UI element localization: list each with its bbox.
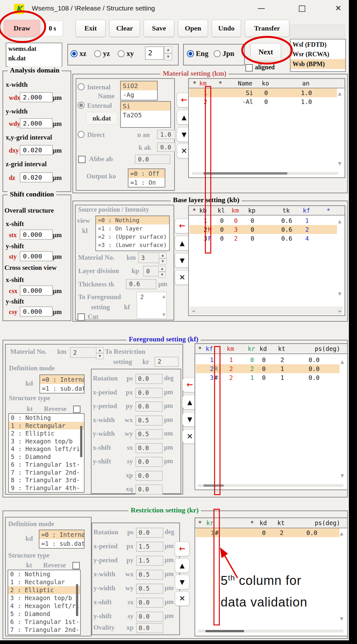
type-item[interactable]: 3 : Hexagon top/b: [8, 594, 80, 602]
scroll-down-icon[interactable]: ▼: [340, 473, 344, 478]
nkdat-button[interactable]: nk.dat: [86, 112, 118, 125]
scroll-up-icon[interactable]: ▲: [340, 531, 343, 536]
param-input[interactable]: 0.0: [136, 612, 163, 622]
kd-item-selected[interactable]: =0 : Internal: [40, 375, 84, 384]
to-foreground-list[interactable]: 2 ▲ ▼: [137, 292, 167, 319]
clear-button[interactable]: Clear: [109, 20, 140, 37]
solver-item[interactable]: Wsr (RCWA): [291, 49, 345, 59]
param-input[interactable]: 0.0: [135, 401, 163, 412]
type-item[interactable]: 6 : Triangular 1st-: [9, 461, 84, 469]
restr-delete-button[interactable]: ✕: [175, 591, 189, 606]
param-input[interactable]: 0.0: [135, 443, 163, 453]
base-delete-button[interactable]: ✕: [175, 270, 189, 285]
table-row[interactable]: 2 -Al 0 1.0: [189, 97, 337, 106]
abbe-input[interactable]: 0.0: [135, 154, 170, 164]
kd-item-selected[interactable]: =0 : Internal: [39, 530, 84, 539]
restr-type-list[interactable]: 0 : Nothing 1 : Rectangular 2 : Elliptic…: [8, 570, 81, 635]
draw-button[interactable]: Draw: [4, 20, 40, 37]
param-input[interactable]: 0.0: [135, 484, 163, 495]
internal-name-item-selected[interactable]: SiO2: [121, 81, 157, 90]
spin-down-icon[interactable]: ▼: [96, 353, 104, 359]
radio-jpn[interactable]: [214, 50, 221, 57]
param-input[interactable]: 0.0: [135, 457, 163, 467]
type-item[interactable]: 7 : Triangular 2nd-: [8, 626, 80, 634]
base-km-input[interactable]: 3: [138, 252, 161, 263]
param-input[interactable]: 0.0: [135, 374, 163, 384]
type-item[interactable]: 8 : Triangular 3rd-: [9, 476, 84, 484]
type-item[interactable]: 9 : Triangular 4th-: [9, 484, 84, 492]
kl-item[interactable]: =1 : On layer: [96, 224, 169, 233]
kl-list[interactable]: =0 : Nothing =1 : On layer =2 : (Upper s…: [95, 216, 170, 251]
scroll-down-icon[interactable]: ▼: [338, 291, 341, 296]
abbe-checkbox[interactable]: [78, 156, 86, 163]
table-row-selected[interactable]: 2 R 2 2 0 1 0.0: [196, 364, 340, 373]
wdy-input[interactable]: 2.000: [20, 118, 53, 128]
param-input[interactable]: 0.5: [135, 415, 163, 426]
scroll-down-icon[interactable]: ▼: [338, 161, 341, 166]
scroll-down-icon[interactable]: ▼: [162, 312, 165, 317]
table-row[interactable]: 1 Si 0 1.0: [189, 88, 337, 97]
plane-count-spinner[interactable]: ▲ ▼: [164, 46, 172, 60]
type-item[interactable]: 4 : Hexagon left/ri: [8, 602, 80, 610]
type-item[interactable]: 5 : Diamond: [8, 610, 80, 618]
param-input[interactable]: 0.0: [135, 388, 163, 398]
table-row[interactable]: 1 1 0 0 2 0.0: [196, 355, 340, 364]
spin-up-icon[interactable]: ▲: [159, 252, 167, 258]
base-move-left-button[interactable]: ←: [175, 219, 189, 233]
base-move-up-button[interactable]: ▲: [175, 236, 189, 250]
solver-item-selected[interactable]: Wsb (BPM): [291, 59, 345, 69]
spin-up-icon[interactable]: ▲: [158, 266, 166, 272]
spin-down-icon[interactable]: ▼: [158, 272, 166, 278]
kl-item[interactable]: =3 : (Lower surface): [96, 241, 169, 249]
fg-km-input[interactable]: 2: [70, 347, 98, 358]
internal-radio[interactable]: [78, 83, 85, 90]
spin-up-icon[interactable]: ▲: [164, 46, 172, 53]
param-input[interactable]: 0.0: [136, 528, 163, 538]
table-row-selected[interactable]: 1 # 0 2 0.0: [196, 528, 340, 537]
solver-item[interactable]: Wsf (FDTD): [291, 39, 345, 49]
param-input[interactable]: 0.0: [136, 598, 163, 608]
table-row[interactable]: 3 # 2 1 0 1 0.0: [196, 373, 340, 382]
radio-yz[interactable]: [94, 50, 101, 57]
file-item[interactable]: nk.dat: [6, 53, 62, 64]
wdx-input[interactable]: 2.000: [20, 92, 53, 102]
spin-down-icon[interactable]: ▼: [159, 258, 167, 264]
spin-down-icon[interactable]: ▼: [164, 53, 172, 60]
fg-type-list[interactable]: 0 : Nothing 1 : Rectangular 2 : Elliptic…: [8, 413, 85, 493]
spin-up-icon[interactable]: ▲: [96, 347, 104, 353]
scroll-left-icon[interactable]: ◄: [191, 308, 195, 313]
to-restriction-input[interactable]: 2: [154, 357, 179, 367]
close-button[interactable]: ✕: [331, 4, 345, 13]
external-name-item[interactable]: Ta2O5: [121, 111, 170, 120]
stx-input[interactable]: 0.000: [20, 230, 53, 240]
base-move-down-button[interactable]: ▼: [175, 253, 189, 268]
file-list[interactable]: wsems.dat nk.dat: [6, 43, 62, 67]
param-input[interactable]: 0.0: [135, 471, 163, 481]
k-ak-input[interactable]: 0.0: [157, 142, 175, 152]
type-item[interactable]: 0 : Nothing: [9, 414, 84, 422]
scroll-up-icon[interactable]: ▲: [338, 91, 341, 96]
base-kp-input[interactable]: 0: [143, 266, 160, 277]
kd-item[interactable]: =1 : sub.dat: [40, 384, 84, 393]
type-item[interactable]: 1 : Rectangular: [8, 578, 80, 586]
kl-item[interactable]: =2 : (Upper surface): [96, 233, 169, 241]
type-item[interactable]: 3 : Hexagon top/b: [9, 437, 84, 445]
output-ko-list[interactable]: =0 : Off =1 : On: [128, 168, 165, 188]
type-item[interactable]: 0 : Nothing: [8, 570, 80, 578]
restr-move-left-button[interactable]: ←: [175, 542, 189, 556]
minimize-button[interactable]: —: [254, 4, 268, 13]
restr-kd-list[interactable]: =0 : Internal =1 : sub.dat: [39, 530, 85, 549]
param-input[interactable]: 1.5: [136, 556, 163, 566]
plane-count-input[interactable]: 2: [145, 46, 164, 60]
save-button[interactable]: Save: [144, 20, 174, 37]
external-name-item-selected[interactable]: Si: [121, 102, 170, 111]
radio-xz[interactable]: [71, 50, 78, 57]
output-item-selected[interactable]: =0 : Off: [128, 169, 165, 178]
csy-input[interactable]: 0.000: [20, 306, 53, 317]
radio-xy[interactable]: [118, 50, 125, 57]
aligned-checkbox[interactable]: [245, 64, 253, 72]
external-radio[interactable]: [78, 102, 85, 109]
type-item-selected[interactable]: 2 : Elliptic: [8, 586, 80, 594]
type-item[interactable]: 2 : Elliptic: [9, 429, 84, 437]
direct-radio[interactable]: [78, 131, 85, 138]
